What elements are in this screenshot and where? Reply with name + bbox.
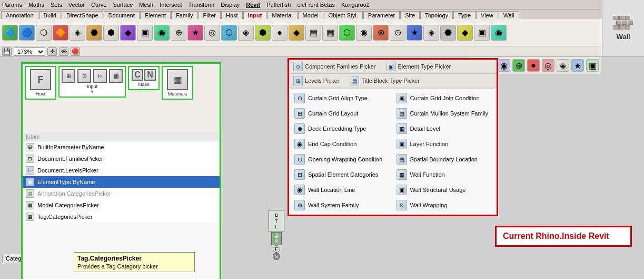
header-item-elementtype: ▣ Element Type Picker [387,62,451,71]
dropdown-item-families[interactable]: ⊡ Document.FamiliesPicker [23,153,220,165]
menu-pufferfish[interactable]: Pufferfish [266,2,291,8]
canvas-icon-9[interactable]: ▣ [586,59,599,72]
ribbon-icon-18[interactable]: ◆ [289,25,304,41]
menu-params[interactable]: Params [2,2,22,8]
eye-btn[interactable]: 👁 [59,47,68,56]
pan-btn[interactable]: ✛ [47,47,57,56]
menu-wall-structural[interactable]: ▣ Wall Structural Usage [393,182,495,197]
ribbon-icon-11[interactable]: ⊕ [171,25,186,41]
tab-objectstyl[interactable]: Object Styl. [324,11,363,19]
tab-directshape[interactable]: DirectShape [62,11,103,19]
canvas-icon-4[interactable]: ⊕ [512,59,525,72]
ribbon-icon-3[interactable]: ⬡ [36,25,52,41]
menu-sets[interactable]: Sets [51,2,62,8]
tab-document[interactable]: Document [104,11,140,19]
ribbon-icon-23[interactable]: ⊗ [373,25,389,41]
ribbon-icon-13[interactable]: ◎ [204,25,220,41]
menu-transform[interactable]: Transform [188,2,214,8]
menu-intersect[interactable]: Intersect [160,2,182,8]
dropdown-item-levels[interactable]: ⊢ Document.LevelsPicker [23,165,220,176]
ribbon-icon-30[interactable]: ◉ [491,25,507,41]
canvas-icon-3[interactable]: ◉ [498,59,510,72]
ribbon-icon-29[interactable]: ▣ [474,25,490,41]
menu-wall-system[interactable]: ⊗ Wall System Family [291,198,393,213]
menu-curtain-mullion[interactable]: ▤ Curtain Mullion System Family [393,106,495,121]
canvas-icon-5[interactable]: ● [527,59,540,72]
ribbon-icon-27[interactable]: ⬣ [440,25,456,41]
ribbon-icon-7[interactable]: ⬢ [103,25,119,41]
ribbon-icon-24[interactable]: ⊙ [390,25,405,41]
ribbon-icon-1[interactable]: 🔷 [2,25,18,41]
menu-curtain-grid-join[interactable]: ▣ Curtain Grid Join Condition [393,91,495,105]
tab-site[interactable]: Site [400,11,420,19]
ribbon-icon-9[interactable]: ▣ [137,25,153,41]
tab-topology[interactable]: Topology [420,11,453,19]
menu-mesh[interactable]: Mesh [139,2,153,8]
menu-end-cap[interactable]: ◉ End Cap Condition [291,137,393,151]
ribbon-icon-2[interactable]: 🔵 [19,25,35,41]
ribbon-icon-6[interactable]: ⬣ [86,25,102,41]
sub-toolbar: 💾 173% ✛ 👁 🔴 [0,46,644,57]
menu-display[interactable]: Display [221,2,240,8]
ribbon-icon-5[interactable]: ◈ [70,25,85,41]
ribbon-icon-14[interactable]: ⬡ [221,25,237,41]
ribbon-icon-12[interactable]: ★ [187,25,203,41]
canvas-icon-8[interactable]: ★ [571,59,584,72]
save-btn[interactable]: 💾 [2,47,12,56]
ribbon-icon-20[interactable]: ▦ [322,25,338,41]
menu-opening-wrapping[interactable]: ⊙ Opening Wrapping Condition [291,152,393,167]
ribbon-icon-8[interactable]: ◆ [120,25,136,41]
tab-filter[interactable]: Filter [199,11,221,19]
tab-parameter[interactable]: Parameter [363,11,400,19]
tab-family[interactable]: Family [171,11,197,19]
ribbon-icon-15[interactable]: ◈ [238,25,254,41]
tab-element[interactable]: Element [140,11,171,19]
menu-layer-function[interactable]: ▣ Layer Function [393,137,495,151]
ribbon-icon-19[interactable]: ▤ [305,25,321,41]
menu-elefront[interactable]: eleFront Betas [297,2,335,8]
menu-detail-level[interactable]: ▦ Detail Level [393,121,495,136]
menu-wall-wrapping[interactable]: ⊙ Wall Wrapping [393,198,495,213]
menu-vector[interactable]: Vector [68,2,85,8]
ribbon-icon-25[interactable]: ★ [407,25,422,41]
menu-revit[interactable]: Revit [246,2,260,8]
tab-view[interactable]: View [476,11,498,19]
menu-curtain-grid-layout[interactable]: ⊞ Curtain Grid Layout [291,106,393,121]
levels-picker-icon: ⊞ [293,76,303,85]
tab-model[interactable]: Model [298,11,323,19]
ribbon-icon-22[interactable]: ◉ [356,25,372,41]
ribbon-icon-16[interactable]: ⬢ [255,25,271,41]
dropdown-item-tag[interactable]: ▦ Tag.CategoriesPicker [23,211,220,223]
canvas-icon-7[interactable]: ◈ [557,59,569,72]
menu-kangaroo[interactable]: Kangaroo2 [341,2,370,8]
dropdown-item-annotation[interactable]: ▦ Annotation.CategoriesPicker [23,188,220,199]
menu-wall-function[interactable]: ▦ Wall Function [393,167,495,182]
ribbon-icon-21[interactable]: ⬡ [339,25,355,41]
dropdown-item-elementtype[interactable]: ▣ ElementType.ByName [23,176,220,188]
dropdown-item-model[interactable]: ▦ Model.CategoriesPicker [23,199,220,211]
ribbon-icon-28[interactable]: ◆ [457,25,473,41]
tab-input[interactable]: Input [243,11,267,19]
magnet-btn[interactable]: 🔴 [71,47,80,56]
canvas-icon-6[interactable]: ◎ [542,59,554,72]
zoom-select[interactable]: 173% [14,47,45,56]
ribbon-icon-26[interactable]: ◈ [423,25,439,41]
menu-deck-embedding[interactable]: ⊗ Deck Embedding Type [291,121,393,136]
menu-curve[interactable]: Curve [91,2,106,8]
menu-maths[interactable]: Maths [28,2,44,8]
tab-wall[interactable]: Wall [499,11,519,19]
menu-curtain-grid-align[interactable]: ⊙ Curtain Grid Align Type [291,91,393,105]
tab-annotation[interactable]: Annotation [1,11,38,19]
tab-host[interactable]: Host [221,11,243,19]
menu-spatial-element[interactable]: ⊞ Spatial Element Categories [291,167,393,182]
tab-type[interactable]: Type [453,11,475,19]
tab-material[interactable]: Material [267,11,297,19]
menu-spatial-boundary[interactable]: ▤ Spatial Boundary Location [393,152,495,167]
ribbon-icon-17[interactable]: ● [272,25,288,41]
ribbon-icon-4[interactable]: 🔶 [53,25,68,41]
menu-wall-location[interactable]: ◉ Wall Location Line [291,182,393,197]
menu-surface[interactable]: Surface [113,2,133,8]
dropdown-item-builtin[interactable]: ⊞ BuiltInParameter.ByName [23,141,220,153]
tab-build[interactable]: Build [39,11,61,19]
ribbon-icon-10[interactable]: ◉ [154,25,170,41]
